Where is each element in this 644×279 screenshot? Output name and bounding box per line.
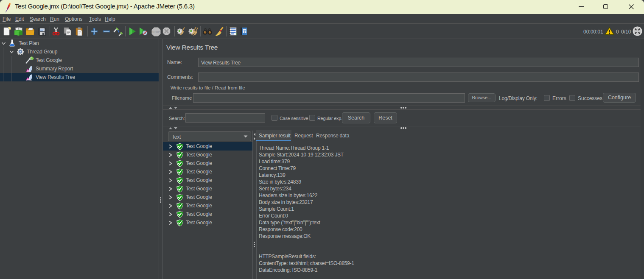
svg-text:?: ? [244,29,246,33]
svg-text:STOP: STOP [152,31,160,33]
